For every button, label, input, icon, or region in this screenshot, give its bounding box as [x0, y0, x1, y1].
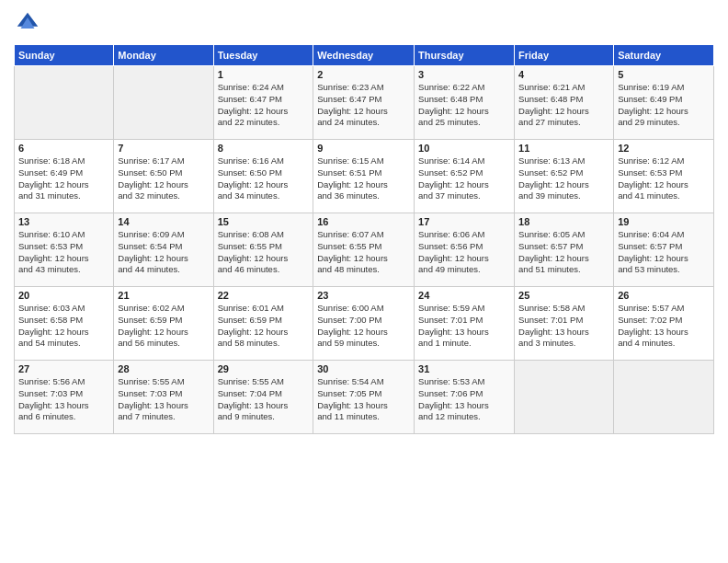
- day-info: Sunrise: 5:55 AM Sunset: 7:03 PM Dayligh…: [118, 376, 209, 423]
- day-cell: 26Sunrise: 5:57 AM Sunset: 7:02 PM Dayli…: [614, 287, 714, 361]
- day-number: 24: [418, 290, 510, 301]
- day-cell: 9Sunrise: 6:15 AM Sunset: 6:51 PM Daylig…: [313, 140, 415, 213]
- header-cell-sunday: Sunday: [15, 45, 114, 66]
- day-number: 9: [317, 143, 410, 154]
- day-cell: 4Sunrise: 6:21 AM Sunset: 6:48 PM Daylig…: [515, 66, 614, 140]
- day-info: Sunrise: 6:19 AM Sunset: 6:49 PM Dayligh…: [618, 82, 710, 129]
- day-cell: 19Sunrise: 6:04 AM Sunset: 6:57 PM Dayli…: [614, 213, 714, 287]
- day-info: Sunrise: 5:54 AM Sunset: 7:05 PM Dayligh…: [317, 376, 410, 423]
- day-number: 7: [118, 143, 209, 154]
- day-number: 16: [317, 216, 410, 227]
- day-number: 4: [518, 69, 609, 80]
- day-cell: 29Sunrise: 5:55 AM Sunset: 7:04 PM Dayli…: [213, 361, 313, 434]
- week-row-1: 6Sunrise: 6:18 AM Sunset: 6:49 PM Daylig…: [15, 140, 714, 213]
- day-number: 25: [518, 290, 609, 301]
- day-info: Sunrise: 6:23 AM Sunset: 6:47 PM Dayligh…: [317, 82, 410, 129]
- header-cell-tuesday: Tuesday: [213, 45, 313, 66]
- day-number: 23: [317, 290, 410, 301]
- calendar-body: 1Sunrise: 6:24 AM Sunset: 6:47 PM Daylig…: [15, 66, 714, 434]
- day-info: Sunrise: 6:01 AM Sunset: 6:59 PM Dayligh…: [218, 303, 310, 350]
- day-info: Sunrise: 6:04 AM Sunset: 6:57 PM Dayligh…: [618, 229, 710, 276]
- day-info: Sunrise: 6:14 AM Sunset: 6:52 PM Dayligh…: [418, 155, 510, 202]
- day-info: Sunrise: 6:09 AM Sunset: 6:54 PM Dayligh…: [118, 229, 209, 276]
- day-number: 31: [418, 363, 510, 374]
- header-cell-thursday: Thursday: [415, 45, 515, 66]
- day-number: 20: [18, 290, 109, 301]
- day-cell: 5Sunrise: 6:19 AM Sunset: 6:49 PM Daylig…: [614, 66, 714, 140]
- day-number: 28: [118, 363, 209, 374]
- day-cell: 31Sunrise: 5:53 AM Sunset: 7:06 PM Dayli…: [415, 361, 515, 434]
- day-info: Sunrise: 5:53 AM Sunset: 7:06 PM Dayligh…: [418, 376, 510, 423]
- header-row: SundayMondayTuesdayWednesdayThursdayFrid…: [15, 45, 714, 66]
- day-cell: 11Sunrise: 6:13 AM Sunset: 6:52 PM Dayli…: [515, 140, 614, 213]
- day-cell: [515, 361, 614, 434]
- day-number: 1: [218, 69, 310, 80]
- day-number: 27: [18, 363, 109, 374]
- day-cell: 3Sunrise: 6:22 AM Sunset: 6:48 PM Daylig…: [415, 66, 515, 140]
- day-number: 10: [418, 143, 510, 154]
- day-cell: 2Sunrise: 6:23 AM Sunset: 6:47 PM Daylig…: [313, 66, 415, 140]
- day-number: 12: [618, 143, 710, 154]
- day-info: Sunrise: 5:57 AM Sunset: 7:02 PM Dayligh…: [618, 303, 710, 350]
- day-cell: 14Sunrise: 6:09 AM Sunset: 6:54 PM Dayli…: [114, 213, 213, 287]
- day-cell: 25Sunrise: 5:58 AM Sunset: 7:01 PM Dayli…: [515, 287, 614, 361]
- day-cell: 24Sunrise: 5:59 AM Sunset: 7:01 PM Dayli…: [415, 287, 515, 361]
- day-info: Sunrise: 5:58 AM Sunset: 7:01 PM Dayligh…: [518, 303, 609, 350]
- week-row-3: 20Sunrise: 6:03 AM Sunset: 6:58 PM Dayli…: [15, 287, 714, 361]
- day-info: Sunrise: 6:12 AM Sunset: 6:53 PM Dayligh…: [618, 155, 710, 202]
- day-cell: 8Sunrise: 6:16 AM Sunset: 6:50 PM Daylig…: [213, 140, 313, 213]
- day-cell: 15Sunrise: 6:08 AM Sunset: 6:55 PM Dayli…: [213, 213, 313, 287]
- day-info: Sunrise: 6:18 AM Sunset: 6:49 PM Dayligh…: [18, 155, 109, 202]
- day-info: Sunrise: 6:16 AM Sunset: 6:50 PM Dayligh…: [218, 155, 310, 202]
- day-cell: 17Sunrise: 6:06 AM Sunset: 6:56 PM Dayli…: [415, 213, 515, 287]
- day-info: Sunrise: 6:13 AM Sunset: 6:52 PM Dayligh…: [518, 155, 609, 202]
- day-number: 22: [218, 290, 310, 301]
- day-info: Sunrise: 6:15 AM Sunset: 6:51 PM Dayligh…: [317, 155, 410, 202]
- calendar-header: SundayMondayTuesdayWednesdayThursdayFrid…: [15, 45, 714, 66]
- day-cell: 16Sunrise: 6:07 AM Sunset: 6:55 PM Dayli…: [313, 213, 415, 287]
- header-cell-saturday: Saturday: [614, 45, 714, 66]
- day-info: Sunrise: 6:22 AM Sunset: 6:48 PM Dayligh…: [418, 82, 510, 129]
- calendar-table: SundayMondayTuesdayWednesdayThursdayFrid…: [14, 44, 714, 434]
- day-number: 29: [218, 363, 310, 374]
- day-info: Sunrise: 6:10 AM Sunset: 6:53 PM Dayligh…: [18, 229, 109, 276]
- day-info: Sunrise: 5:55 AM Sunset: 7:04 PM Dayligh…: [218, 376, 310, 423]
- day-cell: [114, 66, 213, 140]
- day-cell: 12Sunrise: 6:12 AM Sunset: 6:53 PM Dayli…: [614, 140, 714, 213]
- day-cell: 27Sunrise: 5:56 AM Sunset: 7:03 PM Dayli…: [15, 361, 114, 434]
- day-number: 14: [118, 216, 209, 227]
- day-info: Sunrise: 6:05 AM Sunset: 6:57 PM Dayligh…: [518, 229, 609, 276]
- week-row-2: 13Sunrise: 6:10 AM Sunset: 6:53 PM Dayli…: [15, 213, 714, 287]
- header: [14, 9, 714, 37]
- day-info: Sunrise: 5:56 AM Sunset: 7:03 PM Dayligh…: [18, 376, 109, 423]
- week-row-0: 1Sunrise: 6:24 AM Sunset: 6:47 PM Daylig…: [15, 66, 714, 140]
- day-number: 6: [18, 143, 109, 154]
- day-info: Sunrise: 5:59 AM Sunset: 7:01 PM Dayligh…: [418, 303, 510, 350]
- day-number: 26: [618, 290, 710, 301]
- day-info: Sunrise: 6:07 AM Sunset: 6:55 PM Dayligh…: [317, 229, 410, 276]
- day-cell: 23Sunrise: 6:00 AM Sunset: 7:00 PM Dayli…: [313, 287, 415, 361]
- day-cell: 7Sunrise: 6:17 AM Sunset: 6:50 PM Daylig…: [114, 140, 213, 213]
- day-number: 3: [418, 69, 510, 80]
- day-cell: 28Sunrise: 5:55 AM Sunset: 7:03 PM Dayli…: [114, 361, 213, 434]
- day-info: Sunrise: 6:21 AM Sunset: 6:48 PM Dayligh…: [518, 82, 609, 129]
- day-cell: 22Sunrise: 6:01 AM Sunset: 6:59 PM Dayli…: [213, 287, 313, 361]
- day-number: 30: [317, 363, 410, 374]
- page: SundayMondayTuesdayWednesdayThursdayFrid…: [0, 0, 728, 563]
- header-cell-monday: Monday: [114, 45, 213, 66]
- day-number: 15: [218, 216, 310, 227]
- day-info: Sunrise: 6:24 AM Sunset: 6:47 PM Dayligh…: [218, 82, 310, 129]
- day-cell: 1Sunrise: 6:24 AM Sunset: 6:47 PM Daylig…: [213, 66, 313, 140]
- day-number: 18: [518, 216, 609, 227]
- day-info: Sunrise: 6:08 AM Sunset: 6:55 PM Dayligh…: [218, 229, 310, 276]
- day-cell: 21Sunrise: 6:02 AM Sunset: 6:59 PM Dayli…: [114, 287, 213, 361]
- day-cell: 10Sunrise: 6:14 AM Sunset: 6:52 PM Dayli…: [415, 140, 515, 213]
- day-number: 2: [317, 69, 410, 80]
- day-number: 17: [418, 216, 510, 227]
- day-number: 8: [218, 143, 310, 154]
- day-number: 13: [18, 216, 109, 227]
- logo-icon: [14, 9, 41, 37]
- day-info: Sunrise: 6:02 AM Sunset: 6:59 PM Dayligh…: [118, 303, 209, 350]
- day-cell: 30Sunrise: 5:54 AM Sunset: 7:05 PM Dayli…: [313, 361, 415, 434]
- day-number: 5: [618, 69, 710, 80]
